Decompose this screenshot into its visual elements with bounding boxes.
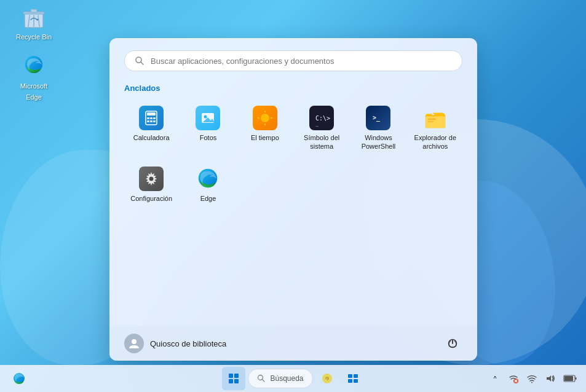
chevron-up-icon: ^	[494, 375, 497, 382]
wifi-icon[interactable]	[525, 371, 539, 386]
media-button[interactable]: ♪	[315, 367, 339, 390]
svg-rect-13	[150, 117, 152, 119]
app-powershell[interactable]: >_ Windows PowerShell	[351, 100, 405, 156]
edge-icon	[196, 167, 220, 191]
svg-rect-45	[234, 379, 238, 383]
svg-point-19	[204, 116, 207, 119]
svg-rect-61	[564, 376, 573, 381]
start-button[interactable]	[221, 367, 245, 390]
power-button[interactable]	[443, 334, 462, 353]
pinned-grid: Calculadora Fotos	[124, 100, 462, 208]
app-simbolo-sistema-label: Símbolo del sistema	[297, 133, 346, 151]
show-hidden-icons-button[interactable]: ^	[488, 371, 502, 386]
svg-line-47	[262, 380, 264, 382]
recycle-bin-icon[interactable]: Recycle Bin	[12, 6, 55, 41]
app-calculadora-label: Calculadora	[133, 133, 170, 142]
user-name-label: Quiosco de biblioteca	[150, 339, 226, 348]
taskbar-right: ^	[488, 371, 579, 386]
svg-text:>_: >_	[373, 114, 381, 122]
pinned-section: Anclados	[109, 77, 477, 208]
svg-rect-32	[427, 119, 435, 120]
app-fotos-label: Fotos	[200, 133, 217, 142]
weather-icon	[253, 106, 277, 130]
edge-taskbar-icon[interactable]	[7, 367, 31, 390]
volume-icon[interactable]	[543, 371, 558, 386]
app-el-tiempo[interactable]: El tiempo	[238, 100, 292, 156]
svg-rect-43	[234, 374, 238, 378]
svg-point-21	[261, 114, 269, 122]
svg-rect-53	[348, 379, 352, 383]
start-bottom-bar: Quiosco de biblioteca	[109, 326, 477, 361]
cmd-icon: C:\> _	[309, 106, 334, 130]
svg-text:♪: ♪	[325, 377, 328, 381]
svg-rect-17	[153, 120, 156, 122]
svg-rect-11	[147, 112, 156, 116]
svg-point-58	[531, 382, 533, 383]
app-explorador-label: Explorador de archivos	[411, 133, 460, 151]
svg-point-36	[149, 176, 154, 181]
powershell-icon: >_	[366, 106, 390, 130]
start-search-input[interactable]	[151, 57, 452, 66]
edge-desktop-label: Microsoft	[20, 82, 48, 90]
svg-rect-14	[153, 117, 156, 119]
svg-point-38	[132, 339, 137, 344]
app-configuracion-label: Configuración	[130, 194, 172, 203]
system-tray: ^	[488, 371, 579, 386]
calc-icon	[139, 106, 164, 130]
svg-marker-59	[547, 375, 551, 382]
svg-rect-44	[228, 379, 232, 383]
fotos-icon	[196, 106, 220, 130]
taskbar: Búsqueda ♪ ^	[0, 365, 586, 392]
svg-rect-16	[150, 120, 152, 122]
user-avatar	[124, 334, 144, 353]
svg-rect-51	[348, 374, 352, 378]
svg-rect-2	[31, 9, 37, 12]
svg-rect-15	[147, 120, 149, 122]
app-explorador[interactable]: Explorador de archivos	[408, 100, 462, 156]
network-icon[interactable]	[506, 371, 521, 386]
app-simbolo-sistema[interactable]: C:\> _ Símbolo del sistema	[295, 100, 349, 156]
task-view-button[interactable]	[341, 367, 365, 390]
svg-rect-62	[576, 377, 577, 380]
taskbar-search-text: Búsqueda	[270, 374, 303, 383]
settings-icon	[139, 167, 164, 191]
search-icon	[135, 56, 145, 66]
svg-rect-42	[228, 374, 232, 378]
svg-line-9	[141, 62, 143, 65]
app-powershell-label: Windows PowerShell	[354, 133, 403, 151]
battery-icon[interactable]	[561, 371, 579, 386]
start-menu: Anclados	[109, 38, 477, 361]
app-edge[interactable]: Edge	[181, 161, 235, 208]
explorer-icon	[423, 106, 448, 130]
edge-desktop-icon[interactable]: Microsoft Edge	[12, 53, 55, 102]
desktop-icons: Recycle Bin	[12, 6, 55, 102]
svg-text:_: _	[315, 121, 319, 127]
svg-rect-33	[427, 121, 434, 122]
app-el-tiempo-label: El tiempo	[251, 133, 279, 142]
pinned-label: Anclados	[124, 84, 462, 93]
app-configuracion[interactable]: Configuración	[124, 161, 178, 208]
app-edge-label: Edge	[200, 194, 216, 203]
edge-desktop-label2: Edge	[26, 93, 42, 101]
app-calculadora[interactable]: Calculadora	[124, 100, 178, 156]
taskbar-search[interactable]: Búsqueda	[247, 369, 312, 388]
taskbar-left	[7, 367, 31, 390]
svg-rect-54	[354, 379, 358, 383]
taskbar-center: Búsqueda ♪	[221, 367, 364, 390]
start-search-bar[interactable]	[124, 50, 462, 71]
recycle-bin-label: Recycle Bin	[16, 33, 52, 41]
user-section[interactable]: Quiosco de biblioteca	[124, 334, 226, 353]
svg-rect-52	[354, 374, 358, 378]
app-fotos[interactable]: Fotos	[181, 100, 235, 156]
svg-rect-12	[147, 117, 149, 119]
